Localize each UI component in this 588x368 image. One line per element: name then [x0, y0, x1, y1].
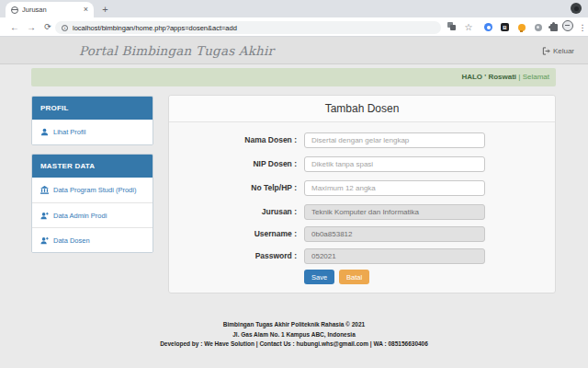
form-buttons: Save Batal	[304, 270, 369, 284]
page-footer: Bimbingan Tugas Akhir Politeknik Rahasia…	[0, 320, 588, 350]
reload-icon[interactable]: ⟳	[40, 17, 55, 36]
field-label: Nama Dosen :	[169, 132, 297, 148]
form-row-nip: NIP Dosen :	[169, 156, 555, 172]
nama-dosen-input[interactable]	[304, 132, 485, 148]
browser-menu-icon[interactable]: ⋮	[579, 21, 586, 33]
tab-title: Jurusan	[22, 6, 80, 14]
user-plus-icon	[40, 236, 49, 245]
logout-label: Keluar	[553, 47, 574, 55]
site-brand: Portal Bimbingan Tugas Akhir	[79, 37, 274, 64]
extensions-puzzle-icon[interactable]	[549, 21, 558, 33]
password-input	[304, 248, 485, 264]
sidebar-item-data-dosen[interactable]: Data Dosen	[32, 227, 153, 252]
footer-line-2: Jl. Gas Alam No. 1 Kampus ABC, Indonesia	[0, 330, 588, 340]
new-tab-button[interactable]: +	[99, 3, 111, 15]
translate-icon[interactable]	[447, 21, 457, 33]
form-row-password: Password :	[169, 248, 555, 264]
sidebar-item-data-prodi[interactable]: Data Program Studi (Prodi)	[32, 178, 153, 202]
footer-line-3: Developed by : We Have Solution | Contac…	[0, 339, 588, 350]
field-label: Jurusan :	[169, 204, 297, 220]
form-row-telp: No Telp/HP :	[169, 180, 555, 196]
user-icon	[40, 128, 49, 136]
save-button[interactable]: Save	[304, 270, 334, 284]
user-plus-icon	[40, 212, 49, 220]
form-title: Tambah Dosen	[169, 96, 555, 122]
field-label: Username :	[169, 226, 297, 242]
back-icon[interactable]: ←	[7, 17, 22, 36]
sidebar-item-label: Lihat Profil	[53, 128, 85, 136]
extension-gray-icon[interactable]	[534, 21, 542, 33]
sidebar-profil-title: PROFIL	[32, 97, 153, 120]
browser-tab-strip: Jurusan × +	[0, 0, 588, 17]
welcome-user-text: HALO ' Roswati	[461, 73, 516, 81]
extension-blue-icon[interactable]	[484, 21, 492, 33]
window-control-icon[interactable]	[571, 3, 582, 14]
extension-b-icon[interactable]: B	[501, 21, 509, 33]
profile-avatar-icon[interactable]	[562, 20, 573, 32]
welcome-divider: |	[518, 73, 520, 81]
bank-icon	[40, 186, 49, 194]
field-label: Password :	[169, 248, 297, 264]
username-input	[304, 226, 485, 242]
nip-dosen-input[interactable]	[304, 156, 485, 172]
page-info-icon[interactable]: i	[62, 25, 68, 31]
sign-out-icon	[542, 47, 550, 55]
welcome-banner: HALO ' Roswati | Selamat	[31, 68, 556, 86]
url-bar[interactable]: i localhost/bimbingan/home.php?apps=dose…	[55, 21, 441, 34]
sidebar-profil-card: PROFIL Lihat Profil	[31, 96, 153, 145]
browser-tab[interactable]: Jurusan ×	[6, 2, 94, 17]
sidebar-item-label: Data Dosen	[53, 236, 90, 245]
sidebar-item-label: Data Admin Prodi	[53, 212, 107, 220]
forward-icon[interactable]: →	[24, 17, 39, 36]
bookmark-star-icon[interactable]: ☆	[464, 21, 473, 33]
sidebar-item-lihat-profil[interactable]: Lihat Profil	[32, 120, 153, 144]
extension-lightbulb-icon[interactable]	[517, 21, 526, 33]
tab-close-icon[interactable]: ×	[84, 6, 88, 14]
cancel-button[interactable]: Batal	[339, 270, 369, 284]
no-telp-input[interactable]	[304, 180, 485, 196]
field-label: NIP Dosen :	[169, 156, 297, 172]
sidebar-master-card: MASTER DATA Data Program Studi (Prodi) D…	[31, 154, 153, 253]
form-row-jurusan: Jurusan :	[169, 204, 555, 220]
jurusan-input	[304, 204, 485, 220]
tambah-dosen-panel: Tambah Dosen Nama Dosen : NIP Dosen : No…	[168, 95, 556, 293]
sidebar-master-title: MASTER DATA	[32, 155, 153, 178]
field-label: No Telp/HP :	[169, 180, 297, 196]
tab-favicon-globe-icon	[11, 6, 18, 14]
sidebar-item-data-admin-prodi[interactable]: Data Admin Prodi	[32, 202, 153, 227]
sidebar-item-label: Data Program Studi (Prodi)	[53, 186, 136, 194]
footer-line-1: Bimbingan Tugas Akhir Politeknik Rahasia…	[0, 320, 588, 330]
logout-link[interactable]: Keluar	[542, 37, 574, 64]
form-row-nama: Nama Dosen :	[169, 132, 555, 148]
welcome-greeting: Selamat	[523, 73, 549, 81]
url-text[interactable]: localhost/bimbingan/home.php?apps=dosen&…	[73, 24, 237, 32]
form-row-username: Username :	[169, 226, 555, 242]
